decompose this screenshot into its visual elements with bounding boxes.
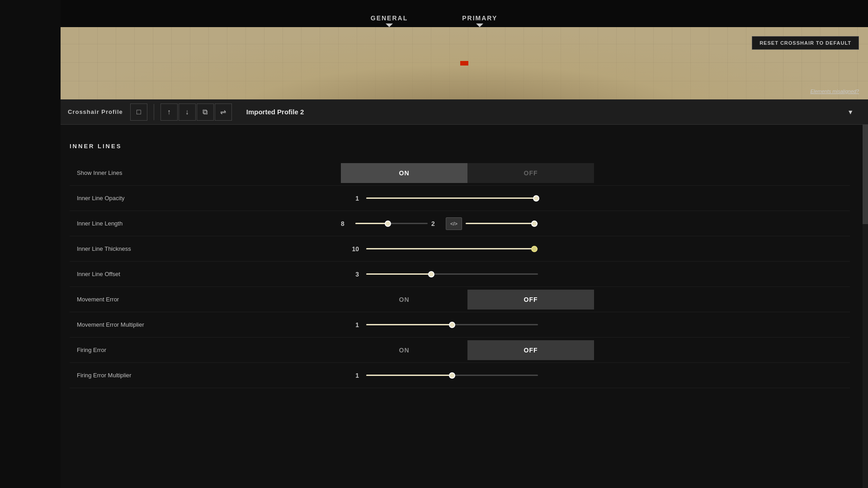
slider-thumb[interactable] [533,195,539,202]
profile-dropdown[interactable]: Imported Profile 2 ▼ [239,103,861,121]
slider-fill [366,197,536,199]
firing-error-control: On Off [341,340,850,360]
reset-crosshair-button[interactable]: RESET CROSSHAIR TO DEFAULT [752,36,859,50]
elements-misaligned-link[interactable]: Elements misaligned? [810,89,859,94]
inner-line-length-value1: 8 [341,220,352,227]
fem-slider-thumb[interactable] [449,372,455,379]
crosshair-preview-area: RESET CROSSHAIR TO DEFAULT Elements misa… [61,27,868,99]
inner-line-offset-slider[interactable] [366,273,538,275]
movement-error-row: Movement Error On Off [70,287,850,312]
copy-profile-button[interactable]: ⧉ [197,103,214,121]
inner-line-opacity-row: Inner Line Opacity 1 [70,186,850,211]
inner-line-opacity-slider[interactable] [366,197,538,199]
dropdown-arrow-icon: ▼ [847,108,854,116]
firing-error-label: Firing Error [70,347,341,353]
sort-profile-button[interactable]: ⇌ [215,103,232,121]
mem-slider-fill [366,324,452,325]
movement-error-multiplier-control: 1 [341,321,850,328]
firing-error-multiplier-slider[interactable] [366,375,538,376]
profile-icon-group: □ ↑ ↓ ⧉ ⇌ [130,103,232,121]
firing-error-multiplier-control: 1 [341,372,850,379]
offset-slider-fill [366,273,431,275]
inner-line-opacity-value: 1 [341,195,359,202]
movement-error-toggle: On Off [341,290,594,310]
fem-slider-fill [366,375,452,376]
inner-line-thickness-row: Inner Line Thickness 10 [70,236,850,262]
selected-profile-name: Imported Profile 2 [246,108,304,116]
tab-primary[interactable]: PRIMARY [462,14,497,27]
slider2-fill [466,223,534,224]
inner-line-opacity-control: 1 [341,195,850,202]
tab-general[interactable]: GENERAL [371,14,408,27]
crosshair-display [460,61,468,66]
firing-error-on-button[interactable]: On [341,340,467,360]
movement-error-label: Movement Error [70,296,341,303]
firing-error-row: Firing Error On Off [70,338,850,363]
mem-slider-thumb[interactable] [449,322,455,328]
slider1-fill [355,223,388,224]
inner-line-offset-label: Inner Line Offset [70,271,341,277]
download-profile-button[interactable]: ↓ [179,103,196,121]
firing-error-multiplier-row: Firing Error Multiplier 1 [70,363,850,388]
inner-line-thickness-slider[interactable] [366,248,538,249]
movement-error-on-button[interactable]: On [341,290,467,310]
crosshair-icon [460,61,468,66]
inner-line-length-dual: 8 2 </> [341,217,850,230]
inner-line-thickness-control: 10 [341,245,850,253]
movement-error-multiplier-slider[interactable] [366,324,538,325]
thickness-slider-fill [366,248,534,249]
top-navigation: GENERAL PRIMARY [0,0,868,27]
offset-slider-thumb[interactable] [428,271,434,277]
firing-error-off-button[interactable]: Off [467,340,594,360]
left-sidebar [0,0,61,488]
inner-line-offset-control: 3 [341,271,850,278]
inner-line-opacity-label: Inner Line Opacity [70,195,341,202]
scrollbar-thumb[interactable] [863,125,868,224]
inner-line-length-label: Inner Line Length [70,220,341,227]
inner-line-length-value2: 2 [431,220,442,227]
inner-line-length-row: Inner Line Length 8 2 </> [70,211,850,236]
firing-error-toggle: On Off [341,340,594,360]
movement-error-multiplier-row: Movement Error Multiplier 1 [70,312,850,338]
movement-error-off-button[interactable]: Off [467,290,594,310]
show-inner-lines-toggle: On Off [341,163,594,183]
show-inner-lines-on-button[interactable]: On [341,163,467,183]
inner-line-thickness-label: Inner Line Thickness [70,245,341,252]
main-settings-panel: INNER LINES Show Inner Lines On Off Inne… [61,125,868,488]
show-inner-lines-off-button[interactable]: Off [467,163,594,183]
code-link-icon[interactable]: </> [446,217,462,230]
upload-profile-button[interactable]: ↑ [160,103,178,121]
movement-error-multiplier-value: 1 [341,321,359,328]
profile-bar: Crosshair Profile □ ↑ ↓ ⧉ ⇌ Imported Pro… [61,99,868,125]
scrollbar[interactable] [863,125,868,488]
inner-line-length-slider2[interactable] [466,223,538,224]
show-inner-lines-label: Show Inner Lines [70,169,341,176]
movement-error-control: On Off [341,290,850,310]
inner-line-thickness-value: 10 [341,245,359,253]
show-inner-lines-row: Show Inner Lines On Off [70,160,850,186]
inner-line-length-slider1[interactable] [355,223,428,224]
movement-error-multiplier-label: Movement Error Multiplier [70,321,341,328]
firing-error-multiplier-value: 1 [341,372,359,379]
divider [154,104,154,120]
new-profile-button[interactable]: □ [130,103,147,121]
show-inner-lines-control: On Off [341,163,850,183]
slider1-thumb[interactable] [385,221,391,227]
inner-line-length-control: 8 2 </> [341,217,850,230]
slider2-thumb[interactable] [531,221,538,227]
inner-line-offset-row: Inner Line Offset 3 [70,262,850,287]
thickness-slider-thumb[interactable] [531,246,538,252]
crosshair-profile-label: Crosshair Profile [68,108,123,115]
inner-line-offset-value: 3 [341,271,359,278]
firing-error-multiplier-label: Firing Error Multiplier [70,372,341,379]
inner-lines-section-title: INNER LINES [70,143,850,150]
